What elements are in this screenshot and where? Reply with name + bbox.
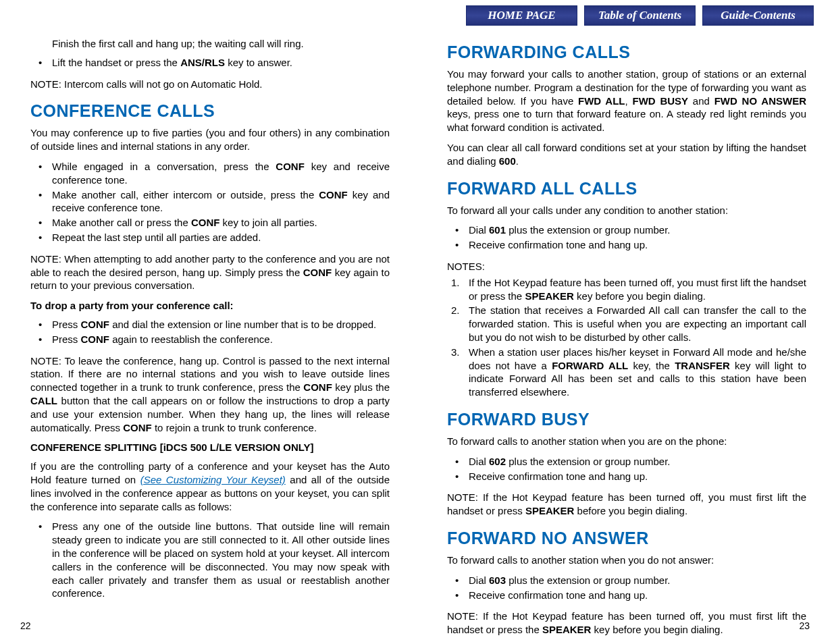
heading-conference-calls: CONFERENCE CALLS xyxy=(30,100,390,122)
all-intro: To forward all your calls under any cond… xyxy=(447,204,806,217)
customizing-keyset-link[interactable]: (See Customizing Your Keyset) xyxy=(140,474,286,485)
fwd-intro: You may forward your calls to another st… xyxy=(447,68,806,134)
list-item: Dial 603 plus the extension or group num… xyxy=(447,574,806,587)
page-left: Finish the first call and hang up; the w… xyxy=(0,0,417,644)
list-item: Dial 602 plus the extension or group num… xyxy=(447,455,806,468)
list-item: Dial 601 plus the extension or group num… xyxy=(447,223,806,237)
list-item: Press any one of the outside line button… xyxy=(30,520,390,600)
conf-intro: You may conference up to five parties (y… xyxy=(30,126,390,153)
intro-bullet: Lift the handset or press the ANS/RLS ke… xyxy=(30,56,390,70)
list-item: Receive confirmation tone and hang up. xyxy=(447,238,806,252)
list-item: Repeat the last step until all parties a… xyxy=(30,231,390,244)
heading-forward-no-answer: FORWARD NO ANSWER xyxy=(447,527,806,549)
heading-forward-all: FORWARD ALL CALLS xyxy=(447,178,806,200)
noans-note: NOTE: If the Hot Keypad feature has been… xyxy=(447,610,806,637)
intro-note: NOTE: Intercom calls will not go on Auto… xyxy=(30,78,390,91)
split-steps: Press any one of the outside line button… xyxy=(30,520,390,600)
busy-steps: Dial 602 plus the extension or group num… xyxy=(447,455,806,483)
list-item: When a station user places his/her keyse… xyxy=(447,346,806,399)
busy-intro: To forward calls to another station when… xyxy=(447,435,806,448)
notes-label: NOTES: xyxy=(447,260,806,273)
heading-forward-busy: FORWARD BUSY xyxy=(447,408,806,431)
conf-steps: While engaged in a conversation, press t… xyxy=(30,160,390,244)
fwd-clear: You can clear all call forward condition… xyxy=(447,141,806,168)
page-number-right: 23 xyxy=(799,620,810,632)
list-item: Press CONF again to reestablish the conf… xyxy=(30,333,390,346)
drop-heading: To drop a party from your conference cal… xyxy=(30,299,390,313)
split-heading: CONFERENCE SPLITTING [iDCS 500 L/LE VERS… xyxy=(30,441,390,454)
list-item: If the Hot Keypad feature has been turne… xyxy=(447,276,806,303)
leave-note: NOTE: To leave the conference, hang up. … xyxy=(30,354,390,435)
all-steps: Dial 601 plus the extension or group num… xyxy=(447,223,806,252)
conf-note: NOTE: When attempting to add another par… xyxy=(30,252,390,292)
page-right: FORWARDING CALLS You may forward your ca… xyxy=(417,0,833,644)
drop-steps: Press CONF and dial the extension or lin… xyxy=(30,318,390,346)
noans-steps: Dial 603 plus the extension or group num… xyxy=(447,574,806,602)
page-number-left: 22 xyxy=(20,620,31,632)
list-item: Make another call, either intercom or ou… xyxy=(30,188,390,215)
list-item: Make another call or press the CONF key … xyxy=(30,216,390,230)
list-item: Press CONF and dial the extension or lin… xyxy=(30,318,390,331)
list-item: The station that receives a Forwarded Al… xyxy=(447,304,806,344)
list-item: Receive confirmation tone and hang up. xyxy=(447,470,806,483)
list-item: While engaged in a conversation, press t… xyxy=(30,160,390,187)
all-notes: If the Hot Keypad feature has been turne… xyxy=(447,276,806,399)
noans-intro: To forward calls to another station when… xyxy=(447,554,806,567)
heading-forwarding-calls: FORWARDING CALLS xyxy=(447,41,806,63)
list-item: Receive confirmation tone and hang up. xyxy=(447,589,806,602)
split-intro: If you are the controlling party of a co… xyxy=(30,460,390,513)
document-spread: Finish the first call and hang up; the w… xyxy=(0,0,834,644)
intro-line: Finish the first call and hang up; the w… xyxy=(30,37,390,51)
busy-note: NOTE: If the Hot Keypad feature has been… xyxy=(447,491,806,518)
